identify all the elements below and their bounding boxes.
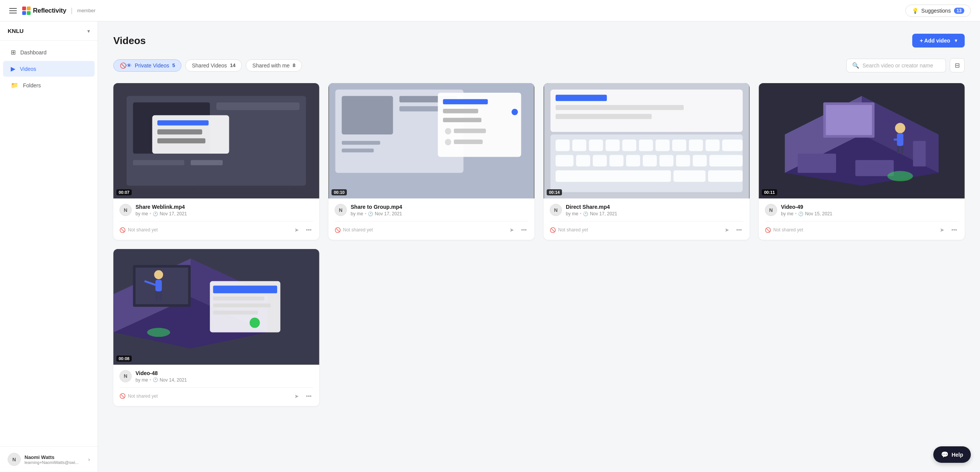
video-card[interactable]: 00:14 N Direct Share.mp4 by me • 🕐 Nov 1… bbox=[544, 83, 750, 240]
sidebar-item-videos[interactable]: ▶ Videos bbox=[3, 61, 95, 77]
svg-rect-88 bbox=[213, 297, 265, 300]
expand-icon: › bbox=[88, 456, 90, 462]
svg-rect-69 bbox=[901, 146, 903, 154]
video-title: Video-49 bbox=[781, 204, 959, 210]
svg-rect-35 bbox=[622, 139, 636, 151]
shared-with-me-count-badge: 8 bbox=[293, 62, 296, 68]
add-video-label: + Add video bbox=[920, 38, 950, 44]
svg-rect-70 bbox=[798, 154, 836, 173]
video-card[interactable]: 00:11 N Video-49 by me • 🕐 Nov 15, 2021 bbox=[759, 83, 965, 240]
video-date: Nov 17, 2021 bbox=[375, 211, 402, 216]
more-options-icon[interactable]: ••• bbox=[735, 225, 743, 234]
share-status-label: Not shared yet bbox=[773, 227, 803, 233]
video-card[interactable]: 00:10 N Share to Group.mp4 by me • 🕐 Nov… bbox=[328, 83, 534, 240]
video-date: Nov 15, 2021 bbox=[805, 211, 832, 216]
svg-rect-5 bbox=[216, 102, 300, 110]
more-options-icon[interactable]: ••• bbox=[519, 225, 528, 234]
svg-rect-47 bbox=[643, 155, 657, 166]
video-info: Video-48 by me • 🕐 Nov 14, 2021 bbox=[136, 370, 313, 383]
share-icon[interactable]: ➤ bbox=[293, 225, 301, 234]
filter-icon: ⊟ bbox=[955, 62, 960, 69]
share-icon[interactable]: ➤ bbox=[938, 225, 946, 234]
video-title: Share to Group.mp4 bbox=[351, 204, 528, 210]
video-date: Nov 17, 2021 bbox=[160, 211, 187, 216]
video-info: Share to Group.mp4 by me • 🕐 Nov 17, 202… bbox=[351, 204, 528, 216]
more-options-icon[interactable]: ••• bbox=[950, 225, 959, 234]
video-info: Video-49 by me • 🕐 Nov 15, 2021 bbox=[781, 204, 959, 216]
video-card-footer: 🚫 Not shared yet ➤ ••• bbox=[765, 221, 959, 234]
svg-point-80 bbox=[154, 270, 163, 279]
creator-avatar: N bbox=[119, 204, 132, 216]
suggestions-button[interactable]: 💡 Suggestions 13 bbox=[905, 5, 971, 17]
video-sub: by me • 🕐 Nov 14, 2021 bbox=[136, 377, 313, 383]
video-duration: 00:08 bbox=[116, 356, 132, 362]
add-video-button[interactable]: + Add video ▾ bbox=[912, 34, 965, 48]
svg-point-85 bbox=[147, 328, 170, 337]
share-icon[interactable]: ➤ bbox=[293, 392, 301, 401]
video-duration: 00:07 bbox=[116, 189, 132, 195]
private-count-badge: 5 bbox=[172, 62, 175, 68]
svg-point-91 bbox=[250, 318, 260, 328]
svg-rect-10 bbox=[157, 120, 209, 125]
video-thumbnail: 00:10 bbox=[328, 83, 534, 198]
more-options-icon[interactable]: ••• bbox=[304, 225, 313, 234]
video-card[interactable]: 00:08 N Video-48 by me • 🕐 Nov 14, 2021 bbox=[113, 249, 319, 406]
sidebar-item-label: Videos bbox=[20, 66, 36, 72]
svg-rect-32 bbox=[572, 139, 586, 151]
svg-rect-64 bbox=[826, 105, 872, 135]
page-title: Videos bbox=[113, 35, 146, 47]
hamburger-menu[interactable] bbox=[9, 8, 17, 13]
search-icon: 🔍 bbox=[852, 62, 859, 69]
logo-name: Reflectivity bbox=[33, 7, 66, 15]
svg-rect-22 bbox=[443, 109, 478, 113]
tab-label: Shared with me bbox=[252, 62, 289, 69]
video-actions: ➤ ••• bbox=[293, 225, 313, 234]
creator-name: by me bbox=[566, 211, 578, 216]
share-icon[interactable]: ➤ bbox=[723, 225, 731, 234]
creator-name: by me bbox=[781, 211, 794, 216]
search-input[interactable] bbox=[862, 62, 939, 69]
video-card-body: N Video-48 by me • 🕐 Nov 14, 2021 bbox=[113, 365, 319, 406]
search-box[interactable]: 🔍 bbox=[846, 59, 946, 72]
share-status: 🚫 Not shared yet bbox=[119, 393, 158, 399]
share-status-label: Not shared yet bbox=[343, 227, 373, 233]
svg-rect-81 bbox=[155, 280, 162, 292]
svg-rect-45 bbox=[609, 155, 624, 166]
video-sub: by me • 🕐 Nov 17, 2021 bbox=[136, 211, 313, 216]
share-status: 🚫 Not shared yet bbox=[765, 227, 803, 233]
svg-point-24 bbox=[445, 128, 451, 134]
sidebar-item-folders[interactable]: 📁 Folders bbox=[3, 77, 95, 93]
svg-rect-19 bbox=[399, 106, 444, 111]
video-info: Direct Share.mp4 by me • 🕐 Nov 17, 2021 bbox=[566, 204, 743, 216]
tab-shared-videos[interactable]: Shared Videos 14 bbox=[185, 59, 242, 72]
video-date: Nov 14, 2021 bbox=[160, 377, 187, 383]
tab-private-videos[interactable]: 🚫👁 Private Videos 5 bbox=[113, 59, 181, 72]
svg-rect-49 bbox=[676, 155, 690, 166]
sidebar-item-dashboard[interactable]: ⊞ Dashboard bbox=[3, 44, 95, 60]
share-status-label: Not shared yet bbox=[128, 393, 158, 399]
help-button[interactable]: 💬 Help bbox=[933, 446, 971, 463]
svg-point-28 bbox=[511, 109, 518, 115]
sidebar-user[interactable]: N Naomi Watts learning+NaomiWatts@swi...… bbox=[0, 446, 98, 472]
dashboard-icon: ⊞ bbox=[11, 49, 16, 56]
eye-slash-icon: 🚫 bbox=[765, 227, 771, 233]
filter-button[interactable]: ⊟ bbox=[950, 58, 965, 72]
org-selector[interactable]: KNLU ▾ bbox=[0, 21, 98, 41]
svg-rect-40 bbox=[706, 139, 720, 151]
video-card[interactable]: 00:07 N Share Weblink.mp4 by me • 🕐 Nov … bbox=[113, 83, 319, 240]
more-options-icon[interactable]: ••• bbox=[304, 392, 313, 401]
shared-count-badge: 14 bbox=[230, 62, 235, 68]
video-title: Direct Share.mp4 bbox=[566, 204, 743, 210]
chat-icon: 💬 bbox=[941, 451, 949, 458]
svg-rect-16 bbox=[342, 141, 380, 145]
avatar: N bbox=[8, 453, 21, 466]
video-card-footer: 🚫 Not shared yet ➤ ••• bbox=[550, 221, 743, 234]
tab-shared-with-me[interactable]: Shared with me 8 bbox=[246, 59, 302, 72]
share-icon[interactable]: ➤ bbox=[508, 225, 516, 234]
creator-avatar: N bbox=[335, 204, 347, 216]
video-card-body: N Share to Group.mp4 by me • 🕐 Nov 17, 2… bbox=[328, 198, 534, 240]
video-card-body: N Direct Share.mp4 by me • 🕐 Nov 17, 202… bbox=[544, 198, 750, 240]
svg-rect-71 bbox=[855, 160, 893, 176]
svg-rect-15 bbox=[342, 96, 393, 134]
video-sub: by me • 🕐 Nov 15, 2021 bbox=[781, 211, 959, 216]
